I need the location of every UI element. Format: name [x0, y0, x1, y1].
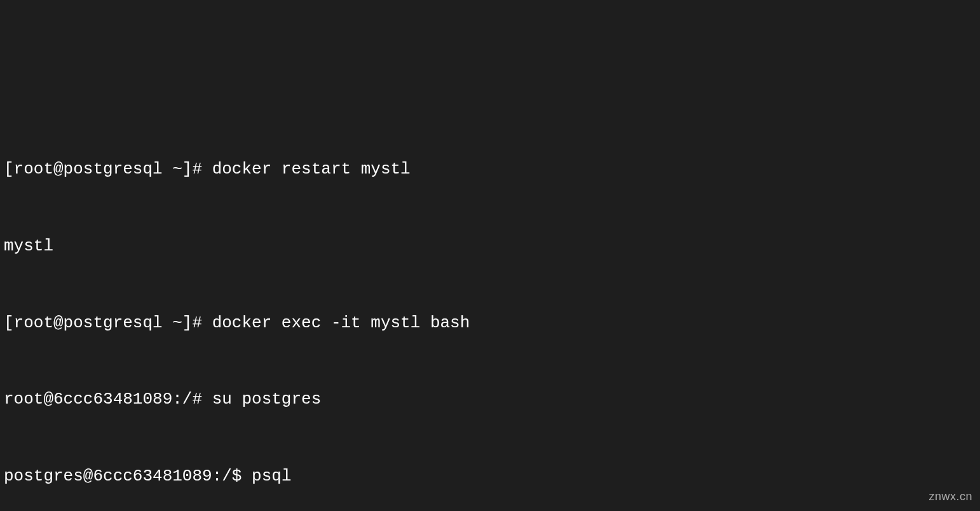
shell-prompt: root@6ccc63481089:/# [4, 390, 212, 409]
output-line: mystl [4, 233, 976, 259]
shell-command: docker exec -it mystl bash [212, 313, 470, 332]
shell-line: [root@postgresql ~]# docker restart myst… [4, 156, 976, 182]
shell-prompt: [root@postgresql ~]# [4, 313, 212, 332]
shell-line: root@6ccc63481089:/# su postgres [4, 386, 976, 412]
shell-prompt: postgres@6ccc63481089:/$ [4, 467, 252, 486]
shell-line: [root@postgresql ~]# docker exec -it mys… [4, 310, 976, 336]
terminal-output[interactable]: [root@postgresql ~]# docker restart myst… [4, 105, 976, 511]
shell-command: su postgres [212, 390, 322, 409]
watermark: znwx.cn [929, 488, 972, 506]
shell-command: psql [252, 467, 291, 486]
shell-line: postgres@6ccc63481089:/$ psql [4, 463, 976, 489]
shell-command: docker restart mystl [212, 160, 411, 179]
shell-prompt: [root@postgresql ~]# [4, 160, 212, 179]
